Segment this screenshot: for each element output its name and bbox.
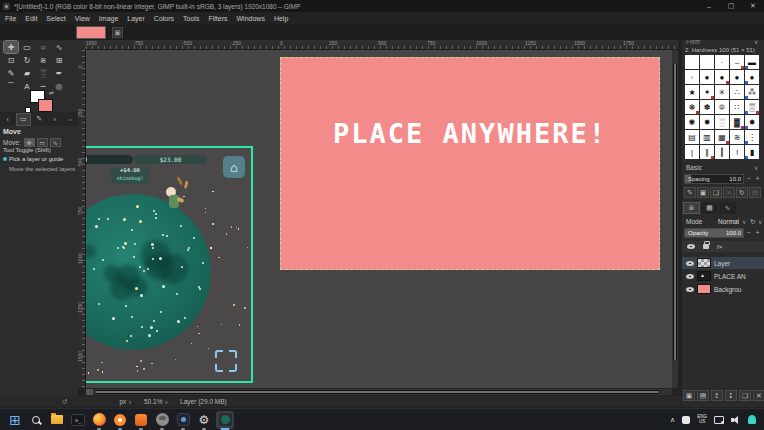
layer-row[interactable]: Layer <box>682 257 764 269</box>
ellipse-select-tool-icon[interactable]: ○ <box>36 41 50 53</box>
new-layer-button[interactable]: ▣ <box>683 390 695 401</box>
rectangle-select-tool-icon[interactable]: ▭ <box>20 41 34 53</box>
tool-options-tab[interactable]: ▭ <box>16 113 32 126</box>
channels-tab[interactable]: ▦ <box>701 202 718 214</box>
menu-view[interactable]: View <box>75 15 90 22</box>
new-group-button[interactable]: ▤ <box>697 390 709 401</box>
gimp-app[interactable] <box>153 411 171 429</box>
game-app[interactable] <box>216 411 234 429</box>
dock-tab-next-icon[interactable]: › <box>47 113 63 126</box>
brush-swatch[interactable]: ✽ <box>700 100 714 114</box>
unit-select[interactable]: px <box>119 398 126 405</box>
layer-name[interactable]: Backgrou <box>714 286 741 293</box>
layers-tab[interactable]: ≣ <box>683 202 700 214</box>
brush-swatch[interactable]: ✸ <box>745 115 759 129</box>
horizontal-scrollbar[interactable] <box>86 389 672 395</box>
maximize-button[interactable]: ▢ <box>720 2 742 10</box>
pencil-tool-icon[interactable]: ✎ <box>4 67 18 79</box>
firefox-app[interactable] <box>90 411 108 429</box>
brush-swatch[interactable]: ∴ <box>730 85 744 99</box>
brush-swatch[interactable]: ⁂ <box>745 85 759 99</box>
minimize-button[interactable]: – <box>698 3 720 10</box>
tray-chevron-icon[interactable]: ∧ <box>670 416 675 424</box>
move-tool-icon[interactable]: ✛ <box>4 41 18 53</box>
language-indicator[interactable]: ENG US <box>697 415 707 425</box>
brush-swatch[interactable]: ▦ <box>715 130 729 144</box>
move-mode-button-1[interactable]: ▭ <box>37 138 48 147</box>
brush-swatch[interactable]: ❊ <box>715 100 729 114</box>
ink-tool-icon[interactable]: ✒ <box>52 67 66 79</box>
spacing-slider[interactable]: Spacing 10.0 <box>684 174 744 184</box>
opacity-minus-button[interactable]: − <box>745 229 752 236</box>
menu-image[interactable]: Image <box>99 15 118 22</box>
navigation-icon[interactable]: ↺ <box>62 398 67 406</box>
brush-swatch[interactable]: ▥ <box>700 130 714 144</box>
layer-row[interactable]: Backgrou <box>682 283 764 295</box>
volume-icon[interactable] <box>731 415 741 425</box>
brush-swatch[interactable]: ▓ <box>730 115 744 129</box>
brush-swatch[interactable]: ● <box>700 70 714 84</box>
brush-swatch[interactable]: ◦ <box>685 70 699 84</box>
pick-layer-option[interactable]: Pick a layer or guide <box>9 156 63 162</box>
mode-switch-chevron-icon[interactable]: ∨ <box>758 218 762 225</box>
perspective-tool-icon[interactable]: ⊞ <box>52 54 66 66</box>
swap-colors-icon[interactable]: ⇄ <box>49 89 54 96</box>
layer-visibility-icon[interactable] <box>686 287 694 292</box>
mode-chevron-icon[interactable]: ∨ <box>742 218 746 225</box>
blender-app[interactable] <box>111 411 129 429</box>
brush-swatch[interactable]: ✳ <box>715 85 729 99</box>
rotate-tool-icon[interactable]: ↻ <box>20 54 34 66</box>
brush-swatch[interactable]: ● <box>730 70 744 84</box>
menu-edit[interactable]: Edit <box>25 15 37 22</box>
search-button[interactable] <box>27 411 45 429</box>
duplicate-layer-button[interactable]: ❏ <box>739 390 751 401</box>
brush-swatch[interactable]: ● <box>745 70 759 84</box>
touch-keyboard-icon[interactable] <box>682 416 690 424</box>
layer-row[interactable]: PLACE AN <box>682 270 764 282</box>
vertical-scrollbar[interactable] <box>672 50 678 388</box>
brush-swatch[interactable]: ★ <box>685 85 699 99</box>
edit-brush-button[interactable]: ✎ <box>684 187 696 198</box>
menu-select[interactable]: Select <box>46 15 65 22</box>
opacity-slider[interactable]: Opacity 100.0 <box>684 228 744 238</box>
brush-swatch[interactable]: ✺ <box>685 115 699 129</box>
brush-swatch[interactable]: ✶ <box>700 85 714 99</box>
new-brush-button[interactable]: ▣ <box>697 187 709 198</box>
brush-swatch[interactable] <box>685 55 699 69</box>
brush-swatch[interactable]: ≋ <box>730 130 744 144</box>
zoom-select[interactable]: 50.1% <box>144 398 162 405</box>
brush-swatch[interactable] <box>700 55 714 69</box>
duplicate-brush-button[interactable]: ❏ <box>710 187 722 198</box>
spacing-minus-button[interactable]: − <box>745 175 752 182</box>
visibility-header-icon[interactable] <box>687 244 695 249</box>
refresh-brushes-button[interactable]: ↻ <box>736 187 748 198</box>
mode-switch-icon[interactable]: ↻ <box>750 218 755 226</box>
menu-windows[interactable]: Windows <box>236 15 264 22</box>
brush-swatch[interactable]: ! <box>730 145 744 159</box>
brush-swatch[interactable]: ┃ <box>715 145 729 159</box>
brush-swatch[interactable]: · <box>715 55 729 69</box>
brush-swatch[interactable]: ▤ <box>685 130 699 144</box>
brush-swatch[interactable]: ░ <box>715 115 729 129</box>
brush-swatch[interactable]: – <box>730 55 744 69</box>
opacity-plus-button[interactable]: + <box>754 229 761 236</box>
layer-name[interactable]: PLACE AN <box>714 273 746 280</box>
zoom-tool-icon[interactable]: ◎ <box>52 80 66 92</box>
brush-swatch[interactable]: ∥ <box>700 145 714 159</box>
layer-visibility-icon[interactable] <box>686 274 694 279</box>
move-mode-button-0[interactable]: ✛ <box>24 138 35 147</box>
raise-layer-button[interactable]: ↥ <box>711 390 723 401</box>
brush-swatch[interactable]: ▬ <box>745 55 759 69</box>
brush-swatch[interactable]: ∷ <box>730 100 744 114</box>
brush-swatch[interactable]: ✹ <box>700 115 714 129</box>
airbrush-tool-icon[interactable]: ░ <box>36 67 50 79</box>
crop-tool-icon[interactable]: ⊡ <box>4 54 18 66</box>
layer-name[interactable]: Layer <box>714 260 730 267</box>
dock-menu-icon[interactable]: ▫ <box>62 113 78 126</box>
file-explorer-app[interactable] <box>48 411 66 429</box>
layer-visibility-icon[interactable] <box>686 261 694 266</box>
camera-app[interactable] <box>174 411 192 429</box>
group-chevron-icon[interactable]: ∨ <box>754 164 758 171</box>
delete-layer-button[interactable]: ✕ <box>753 390 764 401</box>
brush-swatch[interactable]: ⋮ <box>745 130 759 144</box>
